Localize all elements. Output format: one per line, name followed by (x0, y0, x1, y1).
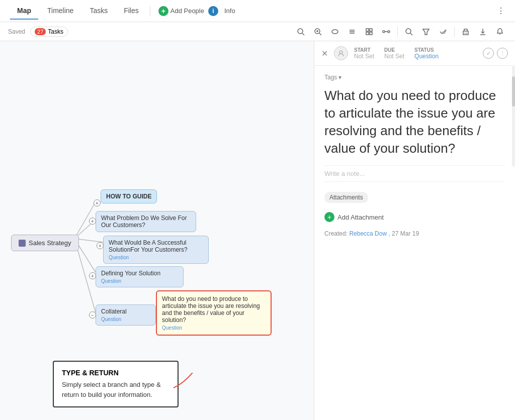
list-button[interactable] (345, 25, 359, 39)
svg-line-1 (302, 33, 304, 35)
scroll-thumb (512, 76, 515, 107)
detail-meta: START Not Set DUE Not Set STATUS Questio… (354, 47, 477, 60)
tab-tasks[interactable]: Tasks (82, 3, 115, 20)
grid-button[interactable] (362, 25, 376, 39)
status-meta: STATUS Question (414, 47, 439, 60)
detail-body: Tags ▾ What do you need to produce to ar… (314, 66, 515, 420)
check-button[interactable] (436, 25, 450, 39)
collateral-node[interactable]: Collateral Question (96, 304, 156, 326)
mind-map: Sales Strategy HOW TO GUIDE + What Probl… (0, 41, 314, 420)
start-meta: START Not Set (354, 47, 374, 60)
svg-line-18 (410, 33, 412, 35)
sales-strategy-node[interactable]: Sales Strategy (11, 235, 79, 251)
saved-label: Saved (8, 28, 25, 35)
tooltip-text: Simply select a branch and type & return… (62, 380, 169, 399)
approve-icon[interactable]: ✓ (483, 48, 494, 59)
tab-map[interactable]: Map (10, 3, 38, 20)
svg-point-15 (388, 31, 390, 33)
tasks-count: 27 (35, 28, 46, 35)
detail-header: ✕ START Not Set DUE Not Set STATUS Quest… (314, 41, 515, 66)
detail-panel: ✕ START Not Set DUE Not Set STATUS Quest… (314, 41, 515, 420)
defining-status: Question (101, 278, 178, 284)
svg-rect-13 (370, 32, 372, 35)
info-icon[interactable]: i (208, 6, 218, 16)
collateral-status: Question (101, 317, 150, 322)
tab-timeline[interactable]: Timeline (40, 3, 80, 20)
question-node-status: Question (162, 325, 266, 331)
tags-button[interactable]: Tags ▾ (324, 74, 505, 81)
created-by-link[interactable]: Rebecca Dow (349, 230, 387, 237)
info-label: Info (224, 7, 235, 15)
nav-divider (150, 6, 150, 16)
tasks-badge[interactable]: 27 Tasks (30, 27, 68, 37)
notification-button[interactable] (493, 25, 507, 39)
tags-section: Tags ▾ (324, 74, 505, 81)
detail-title: What do you need to produce to articulat… (324, 87, 505, 157)
successful-solution-node[interactable]: What Would Be A Successful SolutionFor Y… (103, 236, 209, 264)
nav-actions: + Add People i Info (158, 6, 235, 16)
svg-line-5 (319, 33, 321, 35)
zoom-fit-button[interactable] (294, 25, 308, 39)
detail-close-button[interactable]: ✕ (321, 49, 328, 58)
top-nav: Map Timeline Tasks Files + Add People i … (0, 0, 515, 22)
shape-button[interactable] (328, 25, 342, 39)
expand-what-problem[interactable]: + (89, 218, 96, 225)
tooltip-title: TYPE & RETURN (62, 369, 169, 377)
expand-how-to[interactable]: + (94, 199, 101, 206)
how-to-guide-node[interactable]: HOW TO GUIDE (101, 189, 157, 203)
svg-rect-12 (366, 32, 369, 35)
svg-point-6 (332, 30, 338, 34)
expand-successful[interactable]: + (97, 242, 104, 249)
root-node-icon (19, 240, 26, 247)
question-highlight-node[interactable]: What do you need to produce to articulat… (156, 290, 272, 336)
add-people-icon: + (158, 6, 168, 16)
svg-marker-19 (423, 29, 429, 35)
svg-rect-10 (366, 29, 369, 31)
detail-actions: ✓ ⋮ (483, 48, 508, 59)
svg-line-27 (74, 239, 103, 242)
add-attachment-button[interactable]: + Add Attachment (324, 212, 384, 222)
add-people-button[interactable]: + Add People (158, 6, 204, 16)
note-area[interactable]: Write a note... (324, 165, 505, 182)
map-panel: Sales Strategy HOW TO GUIDE + What Probl… (0, 41, 314, 420)
more-options-icon[interactable]: ⋮ (497, 48, 508, 59)
svg-point-32 (339, 51, 342, 54)
tab-files[interactable]: Files (117, 3, 146, 20)
nav-tabs: Map Timeline Tasks Files (10, 3, 146, 20)
main-content: Sales Strategy HOW TO GUIDE + What Probl… (0, 41, 515, 420)
zoom-in-button[interactable] (311, 25, 325, 39)
filter-button[interactable] (419, 25, 433, 39)
download-button[interactable] (476, 25, 490, 39)
print-button[interactable] (459, 25, 473, 39)
nav-more-button[interactable]: ⋮ (497, 6, 505, 16)
attachments-label: Attachments (324, 192, 368, 203)
svg-point-14 (383, 31, 385, 33)
svg-point-17 (406, 29, 411, 34)
svg-point-0 (298, 29, 303, 34)
connect-button[interactable] (379, 25, 393, 39)
search-button[interactable] (402, 25, 416, 39)
what-problem-node[interactable]: What Problem Do We Solve For Our Custome… (96, 211, 196, 232)
toolbar: Saved 27 Tasks (0, 22, 515, 41)
scroll-track[interactable] (512, 66, 515, 167)
successful-status: Question (109, 255, 203, 260)
detail-avatar (334, 46, 348, 60)
attachments-section: Attachments + Add Attachment (324, 192, 505, 222)
tooltip-box: TYPE & RETURN Simply select a branch and… (53, 361, 179, 407)
created-info: Created: Rebecca Dow , 27 Mar 19 (324, 230, 505, 237)
expand-collateral[interactable]: − (89, 311, 96, 319)
add-attachment-plus-icon: + (324, 212, 334, 222)
expand-defining[interactable]: + (89, 272, 96, 279)
tasks-label: Tasks (48, 28, 63, 35)
defining-solution-node[interactable]: Defining Your Solution Question (96, 266, 184, 287)
due-meta: DUE Not Set (384, 47, 404, 60)
tooltip-arrow (171, 373, 221, 403)
svg-rect-11 (370, 29, 372, 31)
